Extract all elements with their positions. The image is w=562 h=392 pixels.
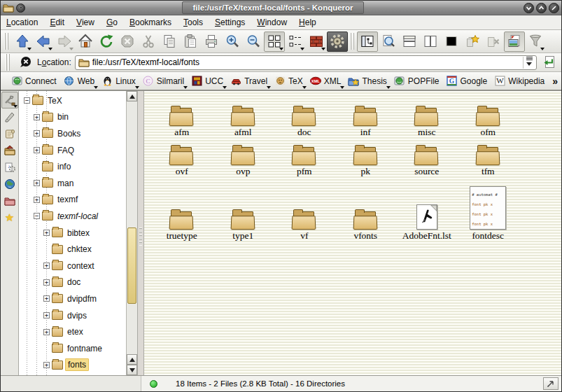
menu-bookmarks[interactable]: Bookmarks [129, 18, 171, 27]
file-item-type1[interactable]: type1 [213, 176, 274, 241]
menu-tools[interactable]: Tools [183, 18, 203, 27]
tree-expander[interactable]: + [43, 312, 50, 318]
print-button[interactable] [201, 31, 222, 52]
tree-item-man[interactable]: +man [19, 175, 126, 192]
new-tab-button[interactable] [462, 31, 483, 52]
tree-item-books[interactable]: +Books [19, 125, 126, 142]
tree-expander[interactable]: − [24, 97, 30, 104]
sidebar-bookmarks-tab[interactable] [1, 108, 18, 125]
bookmark-xml[interactable]: XML XML [308, 74, 345, 88]
file-item-vfonts[interactable]: vfonts [335, 176, 397, 241]
split-view-left-right-button[interactable] [420, 31, 441, 52]
file-item-pk[interactable]: pk [335, 137, 397, 176]
tree-item-doc[interactable]: +doc [19, 274, 126, 291]
window-app-folder-icon[interactable] [3, 3, 14, 13]
toolbar-handle[interactable] [4, 33, 10, 50]
sidebar-network-tab[interactable] [1, 176, 18, 192]
scroll-up-button[interactable] [127, 91, 137, 102]
sidebar-history-tab[interactable] [1, 125, 18, 142]
tree-expander[interactable]: + [43, 295, 50, 302]
scroll-up-button-bottom[interactable] [127, 354, 137, 365]
file-item-misc[interactable]: misc [396, 97, 458, 137]
bookmarks-overflow-button[interactable]: » [549, 76, 561, 87]
detailed-list-view-button[interactable] [285, 31, 306, 52]
cut-button[interactable] [138, 31, 159, 52]
bookmark-ucc[interactable]: UCC [189, 74, 227, 88]
bookmark-travel[interactable]: Travel [228, 74, 271, 88]
tree-expander[interactable]: + [34, 180, 40, 186]
home-button[interactable] [75, 31, 96, 52]
file-item-doc[interactable]: doc [274, 97, 335, 137]
minimize-button[interactable] [524, 3, 534, 13]
go-button[interactable] [540, 55, 559, 71]
clear-location-button[interactable] [17, 54, 34, 71]
copy-button[interactable] [159, 31, 180, 52]
scroll-down-button[interactable] [127, 365, 137, 375]
back-button[interactable] [33, 31, 54, 52]
location-value[interactable]: file:/usr/TeX/texmf-local/fonts [92, 57, 520, 67]
close-view-button[interactable] [441, 31, 462, 52]
tree-item-bin[interactable]: +bin [19, 109, 126, 126]
up-button[interactable] [12, 31, 33, 52]
sidebar-root-directory-tab[interactable] [1, 192, 18, 209]
gear-settings-button[interactable] [327, 31, 348, 52]
menu-edit[interactable]: Edit [50, 18, 64, 27]
file-item-vf[interactable]: vf [274, 176, 335, 241]
tree-expander[interactable]: + [34, 114, 40, 120]
menu-settings[interactable]: Settings [215, 18, 245, 27]
titlebar[interactable]: file:/usr/TeX/texmf-local/fonts - Konque… [1, 1, 561, 15]
bookmark-silmaril[interactable]: C Silmaril [141, 74, 188, 88]
tree-expander[interactable]: − [34, 213, 40, 219]
sidebar-bookmark-star-tab[interactable]: ★ [1, 209, 18, 226]
panel-splitter[interactable] [138, 91, 144, 375]
file-item-truetype[interactable]: truetype [151, 176, 213, 241]
zoom-in-button[interactable] [222, 31, 243, 52]
tree-expander[interactable]: + [43, 279, 50, 286]
sidebar-services-tab[interactable]: ♪ [1, 159, 18, 176]
scrollbar-thumb[interactable] [127, 227, 136, 304]
filter-button[interactable] [525, 31, 546, 52]
file-item-afml[interactable]: afml [213, 97, 274, 137]
tree-expander[interactable]: + [34, 197, 40, 203]
bookmark-linux[interactable]: Linux [99, 74, 139, 88]
tree-expander[interactable]: + [34, 147, 40, 153]
file-item-ovp[interactable]: ovp [213, 137, 274, 176]
tree-item-dvipdfm[interactable]: +dvipdfm [19, 290, 126, 307]
find-file-button[interactable] [378, 31, 399, 52]
location-input[interactable]: file:/usr/TeX/texmf-local/fonts [75, 55, 537, 70]
file-item-adobefnt-lst[interactable]: AdobeFnt.lst [396, 176, 458, 241]
close-tab-button[interactable] [483, 31, 504, 52]
resize-grip[interactable] [543, 377, 559, 390]
bricks-view-button[interactable] [306, 31, 327, 52]
file-item-afm[interactable]: afm [151, 97, 213, 137]
stop-button[interactable] [117, 31, 138, 52]
bookmark-web[interactable]: Web [62, 74, 98, 88]
tree-item-texmf-local[interactable]: −texmf-local [19, 208, 126, 225]
location-history-dropdown[interactable] [523, 57, 535, 69]
zoom-out-button[interactable] [243, 31, 264, 52]
forward-button[interactable] [54, 31, 75, 52]
bookmark-thesis[interactable]: Thesis [346, 74, 390, 88]
tree-item-faq[interactable]: +FAQ [19, 142, 126, 159]
bookmark-connect[interactable]: Connect [9, 74, 60, 88]
file-item-pfm[interactable]: pfm [274, 137, 335, 176]
bookmark-tex[interactable]: TeX [272, 74, 307, 88]
tree-item-fonts[interactable]: +fonts [19, 357, 126, 374]
tree-item-tex[interactable]: −TeX [19, 92, 126, 109]
tree-item-dvips[interactable]: +dvips [19, 307, 126, 324]
maximize-button[interactable] [536, 3, 547, 13]
close-button[interactable] [549, 3, 559, 13]
reload-button[interactable] [96, 31, 117, 52]
file-item-tfm[interactable]: tfm [458, 137, 519, 176]
tree-expander[interactable]: + [43, 362, 50, 368]
folder-icon-view[interactable]: afm afml doc inf misc ofm ovf ovp pfm pk… [144, 91, 561, 375]
tree-item-info[interactable]: info [19, 158, 126, 175]
bookmark-google[interactable]: G Google [444, 74, 491, 88]
tree-item-context[interactable]: +context [19, 258, 126, 274]
icon-view-button[interactable] [264, 31, 285, 52]
bookmark-popfile[interactable]: POPFile [392, 74, 443, 88]
split-view-top-bottom-button[interactable] [399, 31, 420, 52]
locationbar-handle[interactable] [6, 54, 11, 71]
tree-scrollbar[interactable] [126, 91, 137, 375]
show-sidebar-button[interactable] [357, 31, 378, 52]
